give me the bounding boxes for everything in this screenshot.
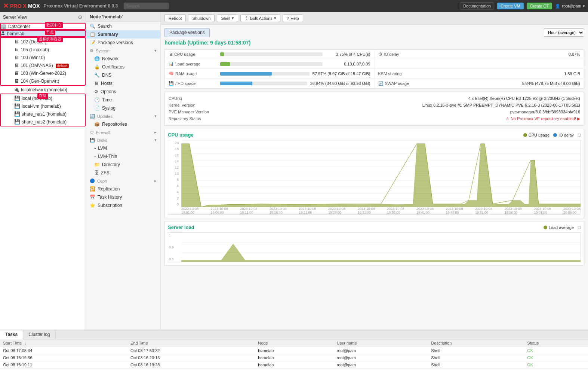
- pkg-versions-tab[interactable]: Package versions: [164, 28, 210, 37]
- cell-user: root@pam: [334, 361, 428, 369]
- col-status[interactable]: Status: [524, 339, 588, 347]
- nav-syslog-label: Syslog: [102, 106, 116, 111]
- svg-marker-16: [181, 244, 581, 262]
- search-nav-icon: 🔍: [90, 24, 95, 29]
- nav-updates-group[interactable]: 🔄 Updates ▾: [86, 112, 160, 120]
- nav-subscription-label: Subscription: [98, 203, 122, 208]
- cpus-row: CPU(s) 4 x Intel(R) Xeon(R) CPU E3-1225 …: [169, 95, 580, 102]
- nav-directory[interactable]: 📁 Directory: [86, 161, 160, 169]
- load-y-axis: 1 0.9 0.8: [168, 233, 179, 262]
- tasks-table: Start Time ↓ End Time Node User name Des…: [0, 339, 588, 382]
- shell-arrow-icon: ▾: [232, 16, 234, 21]
- cell-start: Oct 08 16:19:36: [0, 354, 127, 361]
- nav-hosts[interactable]: 🖥 Hosts: [86, 79, 160, 88]
- nav-time[interactable]: 🕐 Time: [86, 96, 160, 104]
- sidebar-item-104[interactable]: 🖥 104 (Gen-Openwrt): [1, 77, 85, 85]
- nav-certificates[interactable]: 🔒 Certificates: [86, 63, 160, 71]
- chart-toggle-icon[interactable]: ◻: [578, 132, 581, 137]
- sidebar-gear-icon[interactable]: ⚙: [78, 14, 83, 20]
- nav-ceph-group[interactable]: 🔵 Ceph ▸: [86, 177, 160, 185]
- nav-zfs[interactable]: 🗄 ZFS: [86, 169, 160, 177]
- col-node[interactable]: Node: [255, 339, 334, 347]
- hd-stat-row: 💾 / HD space 36.84% (34.60 GiB of 93.93 …: [165, 79, 375, 88]
- nav-network[interactable]: 🌐 Network: [86, 55, 160, 63]
- cell-user: root@pam: [334, 347, 428, 354]
- vm-icon-104: 🖥: [14, 78, 19, 84]
- sidebar-item-datacenter[interactable]: 🏢 Datacenter: [0, 23, 86, 30]
- swap-row: 🔄 SWAP usage 5.84% (478.75 MiB of 8.00 G…: [375, 79, 584, 88]
- nav-system-group[interactable]: ⚙ System ▾: [86, 47, 160, 55]
- nav-notes[interactable]: 📝 Package versions: [86, 39, 160, 47]
- nav-disks-group[interactable]: 💾 Disks ▾: [86, 136, 160, 144]
- nav-task-history-label: Task History: [98, 195, 122, 200]
- nav-search[interactable]: 🔍 Search: [86, 22, 160, 30]
- certs-icon: 🔒: [94, 64, 100, 70]
- help-button[interactable]: ? Help: [283, 14, 303, 22]
- nav-hosts-label: Hosts: [101, 81, 113, 86]
- col-username[interactable]: User name: [334, 339, 428, 347]
- shutdown-button[interactable]: Shutdown: [188, 14, 215, 22]
- table-row[interactable]: Oct 08 17:08:34 Oct 08 17:53:32 homelab …: [0, 347, 588, 354]
- col-description[interactable]: Description: [428, 339, 524, 347]
- nav-subscription[interactable]: ⭐ Subscription: [86, 201, 160, 210]
- col-end-time[interactable]: End Time: [127, 339, 255, 347]
- sidebar-item-share-nas2[interactable]: 💾 share_nas2 (homelab): [1, 118, 85, 126]
- content-toolbar: Reboot Shutdown Shell ▾ ⋮ Bulk Actions ▾…: [161, 12, 588, 25]
- tab-cluster-log[interactable]: Cluster log: [23, 330, 55, 339]
- ksm-row: KSM sharing 1.59 GiB: [375, 69, 584, 79]
- pve-mgr-val: pve-manager/8.0.3/bbf3993334bfa916: [243, 110, 580, 114]
- shell-button[interactable]: Shell ▾: [217, 14, 238, 22]
- cpu-value: 3.75% of 4 CPU(s): [326, 52, 370, 56]
- reboot-button[interactable]: Reboot: [164, 14, 186, 22]
- nav-summary[interactable]: 📋 Summary: [86, 30, 160, 39]
- repos-icon: 📦: [94, 122, 100, 127]
- col-start-time[interactable]: Start Time ↓: [0, 339, 127, 347]
- nav-dns[interactable]: 🔧 DNS: [86, 71, 160, 79]
- sidebar-item-localnetwork[interactable]: 🔌 localnetwork (homelab): [0, 86, 86, 94]
- documentation-button[interactable]: Documentation: [460, 3, 494, 9]
- time-dropdown[interactable]: Hour (average): [544, 28, 584, 37]
- load-bar: [220, 62, 230, 66]
- nav-replication[interactable]: 🔁 Replication: [86, 185, 160, 193]
- sidebar-item-101[interactable]: 🖥 101 (OMV-NAS) debian: [1, 61, 85, 69]
- svg-marker-11: [181, 144, 581, 207]
- tab-tasks[interactable]: Tasks: [0, 330, 23, 339]
- node-panel: Node 'homelab' 🔍 Search 📋 Summary 📝 Pack…: [86, 12, 161, 330]
- user-menu[interactable]: 👤 root@pam ▾: [555, 4, 585, 9]
- repo-val[interactable]: ⚠ No Proxmox VE repository enabled! ▶: [243, 116, 580, 121]
- topbar: ✕ PROXMOX Proxmox Virtual Environment 8.…: [0, 0, 588, 12]
- nav-task-history[interactable]: 📅 Task History: [86, 193, 160, 201]
- nav-updates-label: Updates: [97, 114, 113, 119]
- cpu-legend-dot: [523, 133, 527, 137]
- nav-lvm[interactable]: ▪ LVM: [86, 144, 160, 152]
- sidebar-item-105[interactable]: 🖥 105 (Linuxlab): [1, 46, 85, 54]
- lvm-thin-icon: ▫: [94, 154, 96, 159]
- nav-options[interactable]: ⚙ Options: [86, 88, 160, 96]
- cpu-chart-header: CPU usage CPU usage IO delay ◻: [168, 132, 581, 138]
- node-panel-header: Node 'homelab': [86, 12, 160, 22]
- nav-lvm-thin[interactable]: ▫ LVM-Thin: [86, 152, 160, 161]
- cpu-legend-item: CPU usage: [523, 133, 549, 137]
- sidebar-item-local-lvm[interactable]: 💾 local-lvm (homelab): [1, 102, 85, 110]
- create-vm-button[interactable]: Create VM: [497, 3, 524, 9]
- datacenter-annotation: 数据中心: [45, 22, 63, 28]
- search-input[interactable]: [124, 3, 169, 9]
- table-row[interactable]: Oct 08 16:19:11 Oct 08 16:19:28 homelab …: [0, 361, 588, 369]
- sidebar-item-103[interactable]: 🖥 103 (Win-Server-2022): [1, 69, 85, 77]
- nav-repositories[interactable]: 📦 Repositories: [86, 120, 160, 128]
- sidebar: Server View ⚙ 数据中心 🏢 Datacenter 节点 🖧 hom…: [0, 12, 86, 330]
- sidebar-item-100[interactable]: 🖥 100 (Win10): [1, 54, 85, 61]
- server-view-label: Server View: [3, 15, 27, 20]
- repo-val-text: No Proxmox VE repository enabled! ▶: [511, 116, 580, 121]
- pve-mgr-key: PVE Manager Version: [169, 110, 243, 114]
- nav-firewall-group[interactable]: 🛡 Firewall ▸: [86, 128, 160, 136]
- table-row[interactable]: Oct 08 16:19:36 Oct 08 16:20:16 homelab …: [0, 354, 588, 361]
- load-chart-toggle[interactable]: ◻: [578, 225, 581, 230]
- nav-syslog[interactable]: 📄 Syslog: [86, 104, 160, 112]
- swap-value: 5.84% (478.75 MiB of 8.00 GiB): [522, 81, 580, 86]
- sidebar-item-share-nas1[interactable]: 💾 share_nas1 (homelab): [1, 110, 85, 118]
- repo-key: Repository Status: [169, 116, 243, 121]
- vm-icon-102: 🖥: [14, 39, 19, 45]
- bulk-actions-button[interactable]: ⋮ Bulk Actions ▾: [240, 14, 280, 22]
- create-ct-button[interactable]: Create CT: [527, 3, 552, 9]
